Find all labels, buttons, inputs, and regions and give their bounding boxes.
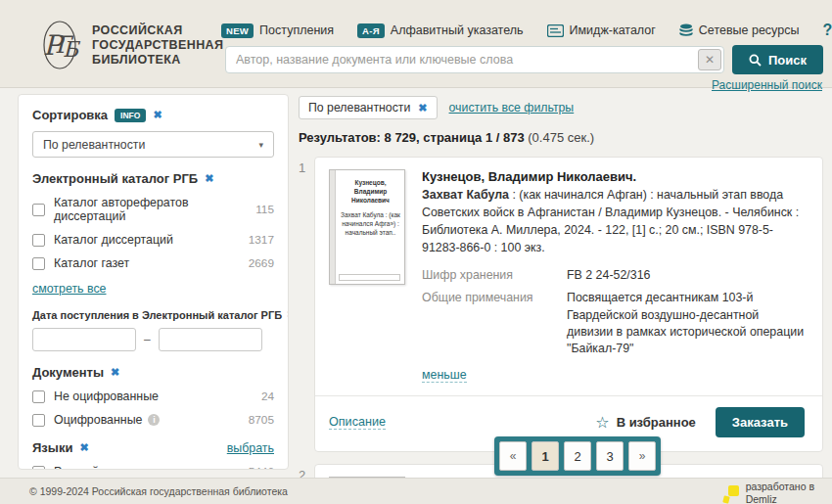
footer: © 1999-2024 Российская государственная б… [0, 478, 832, 504]
results-count: Результатов: 8 729, страница 1 / 873 [299, 130, 525, 145]
developed-by-line2: Demliz [746, 493, 814, 504]
result-row-1: 1 Кузнецов, Владимир Николаевич Захват К… [299, 157, 823, 452]
date-to-input[interactable] [159, 328, 262, 351]
sort-select[interactable]: По релевантности ▾ [32, 131, 274, 158]
clear-search-icon[interactable]: ✕ [698, 49, 721, 70]
checkbox[interactable] [32, 414, 45, 427]
nav-arrivals[interactable]: NEW Поступления [221, 23, 334, 38]
description-link[interactable]: Описание [329, 415, 386, 430]
help-icon[interactable]: ? [822, 22, 832, 39]
field-label: Шифр хранения [422, 267, 567, 284]
sort-select-value: По релевантности [43, 138, 145, 152]
book-cover-thumbnail[interactable]: Кузнецов, Владимир Николаевич Захват Каб… [329, 169, 405, 285]
card-catalog-icon [547, 24, 564, 37]
see-all-link[interactable]: смотреть все [32, 282, 106, 296]
order-button[interactable]: Заказать [716, 407, 805, 437]
filter-row-gazet: Каталог газет 2669 [32, 256, 274, 270]
rgb-monogram-logo[interactable]: Р Г Б [35, 18, 84, 72]
languages-label: Языки [32, 440, 72, 455]
checkbox[interactable] [32, 257, 45, 270]
library-name: РОССИЙСКАЯ ГОСУДАРСТВЕННАЯ БИБЛИОТЕКА [92, 23, 223, 68]
clear-all-filters-link[interactable]: очистить все фильтры [449, 101, 575, 115]
header: Р Г Б РОССИЙСКАЯ ГОСУДАРСТВЕННАЯ БИБЛИОТ… [0, 0, 832, 88]
next-page-button[interactable]: » [628, 441, 656, 471]
nav-network-resources[interactable]: Сетевые ресурсы [679, 23, 800, 38]
filter-row-autoref: Каталог авторефератов диссертаций 115 [32, 196, 274, 223]
clear-date-icon[interactable]: ✖ [287, 308, 289, 321]
checkbox[interactable] [32, 390, 45, 403]
pagination: « 1 2 3 » [494, 436, 661, 476]
rsl-search-page: Р Г Б РОССИЙСКАЯ ГОСУДАРСТВЕННАЯ БИБЛИОТ… [0, 0, 832, 504]
documents-label: Документы [32, 365, 104, 380]
filter-row-digitized: Оцифрованные i 8705 [32, 413, 274, 427]
clear-documents-icon[interactable]: ✖ [111, 366, 119, 379]
clear-catalog-icon[interactable]: ✖ [205, 172, 213, 185]
field-shelf: Шифр хранения FB 2 24-52/316 [422, 267, 805, 284]
filters-sidebar: Сортировка INFO ✖ По релевантности ▾ Эле… [18, 94, 289, 470]
page-button-3[interactable]: 3 [596, 441, 624, 471]
filter-label: Русский [54, 465, 99, 470]
checkbox[interactable] [32, 466, 45, 471]
svg-text:Б: Б [63, 37, 81, 62]
favorites-label: В избранное [617, 415, 696, 430]
languages-section-title: Языки ✖ [32, 440, 89, 455]
developed-by[interactable]: разработано в Demliz [723, 481, 814, 504]
filter-label: Оцифрованные [54, 413, 142, 427]
chevron-down-icon: ▾ [258, 140, 263, 150]
result-card: Кузнецов, Владимир Николаевич Захват Каб… [314, 157, 823, 452]
record-author: Кузнецов, Владимир Николаевич. [422, 169, 805, 184]
catalog-section-title: Электронный каталог РГБ ✖ [32, 171, 274, 186]
show-less-link[interactable]: меньше [422, 368, 467, 383]
field-value: Посвящается десантникам 103-й Гвардейско… [567, 290, 805, 357]
checkbox[interactable] [32, 204, 45, 216]
clear-languages-icon[interactable]: ✖ [79, 441, 88, 454]
date-label: Дата поступления в Электронный каталог Р… [32, 309, 282, 321]
field-notes: Общие примечания Посвящается десантникам… [422, 290, 805, 357]
active-filter-chip: По релевантности ✖ [299, 96, 438, 119]
filter-label: Каталог газет [54, 256, 129, 270]
date-range: – [32, 328, 274, 351]
page-button-2[interactable]: 2 [564, 441, 591, 471]
info-icon[interactable]: i [148, 414, 160, 426]
nav-image-catalog[interactable]: Имидж-каталог [547, 23, 656, 37]
info-badge[interactable]: INFO [115, 109, 146, 122]
choose-languages-link[interactable]: выбрать [227, 441, 274, 455]
filter-label: Не оцифрованные [54, 389, 159, 403]
book-pages-edge [339, 274, 400, 281]
developed-by-text: разработано в Demliz [746, 481, 814, 504]
copyright-text: © 1999-2024 Российская государственная б… [29, 485, 288, 497]
filter-count: 2669 [249, 256, 274, 270]
field-value: FB 2 24-52/316 [567, 267, 650, 284]
checkbox[interactable] [32, 234, 45, 247]
record-description: Захват Кабула : (как начинался Афган) : … [422, 187, 805, 257]
nav-alphabet-label: Алфавитный указатель [391, 23, 524, 37]
nav-alphabet-index[interactable]: А-Я Алфавитный указатель [357, 23, 523, 38]
nav-image-catalog-label: Имидж-каталог [570, 23, 656, 37]
prev-page-button[interactable]: « [499, 441, 527, 471]
search-button-label: Поиск [768, 53, 807, 68]
chip-close-icon[interactable]: ✖ [418, 102, 427, 115]
record-title: Захват Кабула [422, 188, 509, 202]
sorting-label: Сортировка [32, 108, 108, 122]
field-label: Общие примечания [422, 290, 567, 357]
filter-label: Каталог диссертаций [54, 233, 173, 247]
date-from-input[interactable] [32, 328, 136, 351]
database-icon [679, 23, 693, 38]
search-input[interactable] [226, 53, 698, 67]
search-box: ✕ [225, 46, 724, 73]
filter-label: Каталог авторефератов диссертаций [54, 196, 255, 223]
filter-count: 8705 [249, 413, 274, 427]
developed-by-line1: разработано в [746, 481, 814, 493]
date-separator: – [144, 333, 151, 346]
chip-label: По релевантности [308, 101, 410, 115]
add-to-favorites-button[interactable]: ☆ В избранное [595, 413, 696, 432]
clear-sorting-icon[interactable]: ✖ [153, 109, 162, 121]
filter-count: 115 [255, 203, 274, 216]
cover-title: Захват Кабула : (как начинался Афга») : … [341, 211, 400, 237]
demliz-logo-icon [723, 483, 739, 503]
page-button-1[interactable]: 1 [532, 441, 559, 471]
documents-section-title: Документы ✖ [32, 365, 274, 380]
advanced-search-link[interactable]: Расширенный поиск [712, 78, 822, 92]
search-button[interactable]: Поиск [732, 45, 823, 74]
cover-author: Кузнецов, Владимир Николаевич [341, 179, 400, 205]
